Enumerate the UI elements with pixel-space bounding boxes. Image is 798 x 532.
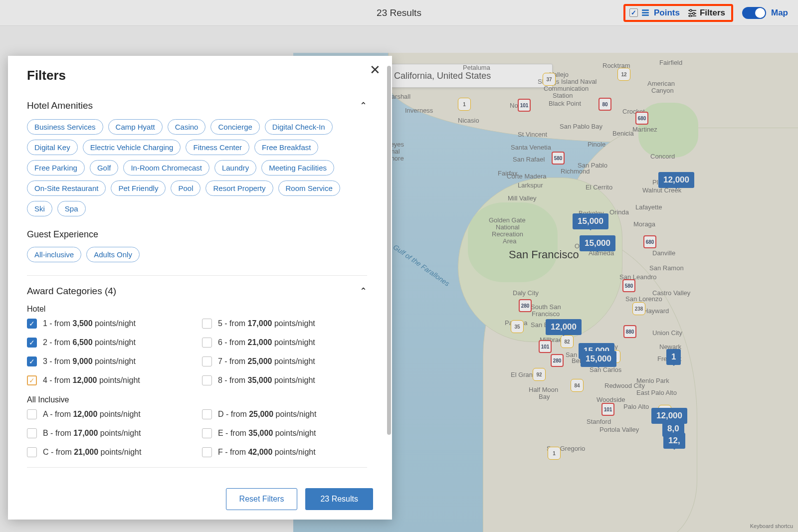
award-checkbox-row[interactable]: ✓4 - from 12,000 points/night: [27, 375, 192, 385]
map-place-label: Castro Valley: [652, 289, 690, 297]
award-checkbox-row[interactable]: ✓2 - from 6,500 points/night: [27, 338, 192, 348]
amenity-chip[interactable]: Room Service: [278, 180, 340, 196]
guest-experience-chip[interactable]: All-inclusive: [27, 247, 81, 262]
map-price-pin[interactable]: 12,: [663, 433, 685, 449]
checkbox-icon: ✓: [27, 375, 37, 385]
points-toggle[interactable]: ✓ Points: [629, 8, 680, 18]
award-checkbox-row[interactable]: 5 - from 17,000 points/night: [202, 319, 367, 329]
amenity-chip[interactable]: Laundry: [214, 160, 256, 176]
checkbox-icon: [202, 375, 212, 385]
amenity-chip[interactable]: Pet Friendly: [111, 180, 166, 196]
guest-experience-chip[interactable]: Adults Only: [86, 247, 140, 262]
amenity-chip[interactable]: Electric Vehicle Charging: [83, 140, 181, 155]
map-place-label: Union City: [652, 329, 682, 337]
section-amenities-header[interactable]: Hotel Amenities ⌃: [27, 100, 367, 111]
map-place-label: Half Moon: [529, 386, 558, 393]
svg-point-6: [693, 12, 695, 14]
checkbox-icon: ✓: [27, 338, 37, 348]
map-price-pin[interactable]: 12,000: [546, 319, 582, 335]
map-place-label: Lafayette: [635, 203, 662, 211]
svg-rect-2: [642, 14, 649, 16]
highway-shield-icon: 35: [511, 320, 524, 333]
points-label: Points: [654, 8, 680, 18]
checkbox-icon: [27, 428, 37, 438]
amenity-chip[interactable]: Resort Property: [205, 180, 273, 196]
award-checkbox-row[interactable]: B - from 17,000 points/night: [27, 428, 192, 438]
highway-shield-icon: 12: [617, 68, 630, 81]
map-place-label: Santa Venetia: [511, 144, 551, 151]
map-price-pin[interactable]: 15,000: [580, 235, 615, 251]
map-label: Map: [771, 8, 788, 18]
map-place-label: Black Point: [549, 100, 581, 107]
highway-shield-icon: 1: [548, 447, 561, 460]
points-filters-highlight: ✓ Points Filters: [623, 4, 733, 22]
checkbox-icon: ✓: [27, 356, 37, 366]
svg-point-4: [690, 9, 692, 11]
map-place-label: East Palo Alto: [636, 389, 677, 396]
filters-button[interactable]: Filters: [688, 8, 725, 18]
award-checkbox-row[interactable]: A - from 12,000 points/night: [27, 409, 192, 419]
amenity-chip[interactable]: Digital Key: [27, 140, 78, 155]
amenities-chips: Business ServicesCamp HyattCasinoConcier…: [27, 119, 367, 216]
award-checkbox-row[interactable]: ✓1 - from 3,500 points/night: [27, 319, 192, 329]
checkbox-icon: [27, 447, 37, 457]
highway-shield-icon: 680: [635, 112, 648, 125]
amenity-chip[interactable]: Ski: [27, 201, 52, 216]
map-place-label: Larkspur: [518, 181, 543, 189]
reset-filters-button[interactable]: Reset Filters: [226, 488, 298, 510]
amenity-chip[interactable]: Business Services: [27, 119, 103, 135]
amenity-chip[interactable]: Free Parking: [27, 160, 85, 176]
award-checkbox-row[interactable]: C - from 21,000 points/night: [27, 447, 192, 457]
svg-rect-1: [642, 12, 649, 13]
map-place-label: Menlo Park: [636, 377, 669, 384]
highway-shield-icon: 580: [552, 152, 565, 165]
amenity-chip[interactable]: Concierge: [210, 119, 259, 135]
scrollbar-handle[interactable]: [387, 66, 391, 435]
map-price-pin[interactable]: 1: [666, 349, 681, 365]
map-place-label: Benicia: [612, 130, 634, 137]
amenity-chip[interactable]: In-Room Chromecast: [123, 160, 209, 176]
award-checkbox-row[interactable]: D - from 25,000 points/night: [202, 409, 367, 419]
map-place-label: San Ramon: [649, 264, 684, 272]
amenity-chip[interactable]: On-Site Restaurant: [27, 180, 106, 196]
amenity-chip[interactable]: Casino: [168, 119, 206, 135]
highway-shield-icon: 92: [533, 368, 546, 381]
amenity-chip[interactable]: Camp Hyatt: [108, 119, 163, 135]
award-checkbox-row[interactable]: 6 - from 21,000 points/night: [202, 338, 367, 348]
amenity-chip[interactable]: Pool: [171, 180, 200, 196]
section-award-header[interactable]: Award Categories (4) ⌃: [27, 286, 367, 297]
highway-shield-icon: 280: [551, 354, 564, 367]
map-toggle[interactable]: Map: [742, 7, 788, 19]
filters-modal: ✕ Filters Hotel Amenities ⌃ Business Ser…: [8, 56, 392, 520]
map-place-label: Daly City: [513, 289, 539, 297]
map-place-label: Mill Valley: [508, 194, 537, 202]
highway-shield-icon: 880: [623, 325, 636, 338]
map-price-pin[interactable]: 15,000: [573, 213, 608, 229]
amenity-chip[interactable]: Fitness Center: [186, 140, 249, 155]
highway-shield-icon: 101: [601, 403, 614, 416]
map-price-pin[interactable]: 15,000: [581, 351, 616, 367]
highway-shield-icon: 680: [643, 235, 656, 248]
stack-icon: [641, 8, 651, 17]
svg-point-8: [689, 15, 691, 17]
map-place-label: Francisco: [532, 310, 560, 318]
amenity-chip[interactable]: Free Breakfast: [254, 140, 318, 155]
award-checkbox-row[interactable]: E - from 35,000 points/night: [202, 428, 367, 438]
amenity-chip[interactable]: Meeting Facilities: [261, 160, 334, 176]
checkbox-icon: [202, 428, 212, 438]
amenity-chip[interactable]: Spa: [57, 201, 86, 216]
apply-filters-button[interactable]: 23 Results: [305, 488, 373, 510]
map-place-label: Inverness: [405, 107, 433, 114]
highway-shield-icon: 80: [598, 98, 611, 111]
award-checkbox-row[interactable]: F - from 42,000 points/night: [202, 447, 367, 457]
award-checkbox-row[interactable]: 8 - from 35,000 points/night: [202, 375, 367, 385]
amenity-chip[interactable]: Golf: [90, 160, 119, 176]
map-place-label: Corte Madera: [507, 173, 546, 180]
amenity-chip[interactable]: Digital Check-In: [265, 119, 333, 135]
award-checkbox-row[interactable]: 7 - from 25,000 points/night: [202, 356, 367, 366]
award-checkbox-row[interactable]: ✓3 - from 9,000 points/night: [27, 356, 192, 366]
map-place-label: Moraga: [633, 220, 655, 228]
map-price-pin[interactable]: 12,000: [658, 172, 694, 188]
award-hotel-grid: ✓1 - from 3,500 points/night✓2 - from 6,…: [27, 319, 367, 385]
map-place-label: Station: [553, 92, 573, 99]
